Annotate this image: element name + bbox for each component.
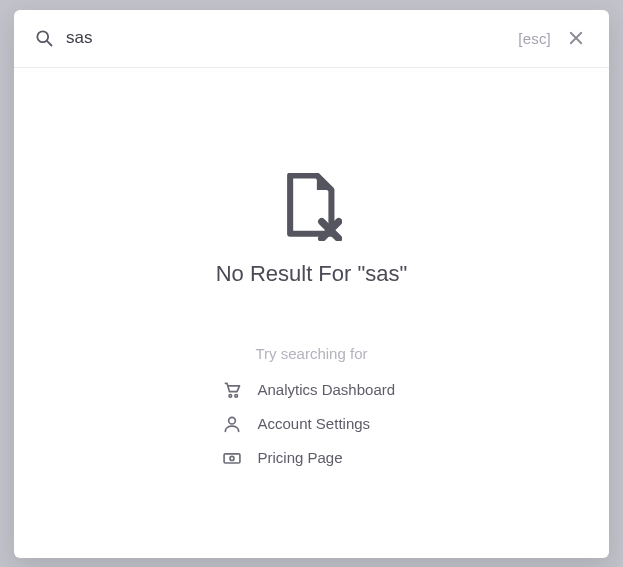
svg-point-8 [228,417,235,424]
svg-point-10 [230,456,234,460]
suggestion-analytics-dashboard[interactable]: Analytics Dashboard [222,380,402,400]
close-button[interactable] [563,25,589,51]
user-icon [222,414,242,434]
svg-rect-9 [224,453,240,462]
svg-line-1 [47,41,52,46]
svg-point-6 [229,394,232,397]
search-input[interactable] [54,28,518,48]
cart-icon [222,380,242,400]
suggestion-list: Analytics Dashboard Account Settings [222,380,402,468]
file-x-icon [282,173,342,241]
search-bar: [esc] [14,10,609,68]
suggestion-pricing-page[interactable]: Pricing Page [222,448,402,468]
try-searching-label: Try searching for [256,345,368,362]
suggestion-label: Analytics Dashboard [258,381,396,398]
money-icon [222,448,242,468]
suggestion-label: Account Settings [258,415,371,432]
svg-point-7 [234,394,237,397]
suggestion-account-settings[interactable]: Account Settings [222,414,402,434]
no-result-title: No Result For "sas" [216,261,408,287]
esc-hint: [esc] [518,30,551,47]
search-icon [34,28,54,48]
search-dialog: [esc] No Result For "sas" Try searching … [14,10,609,558]
empty-state: No Result For "sas" Try searching for An… [14,68,609,558]
suggestion-label: Pricing Page [258,449,343,466]
